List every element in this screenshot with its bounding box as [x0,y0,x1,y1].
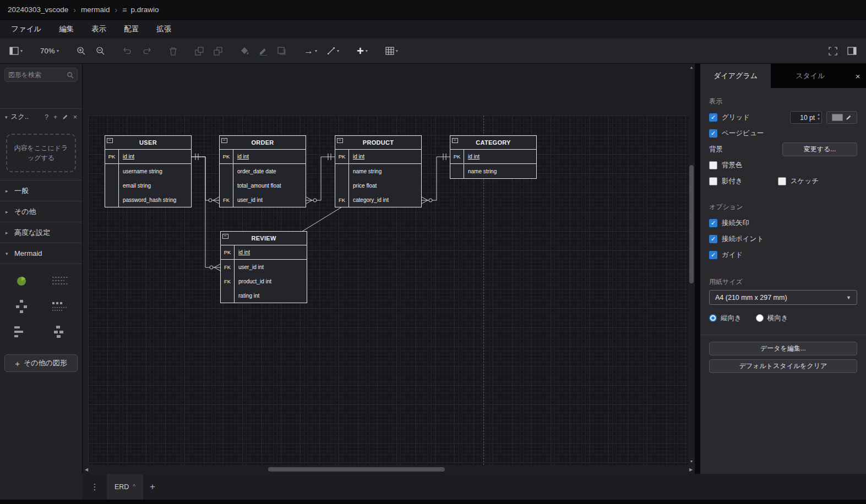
view-panels-button[interactable]: ▾ [7,42,25,60]
shadow-checkbox[interactable] [709,177,717,185]
scratchpad-add-icon[interactable]: + [53,113,57,121]
entity-order[interactable]: − ORDER PKid int order_date date total_a… [219,135,306,207]
entity-row[interactable]: username string [105,164,191,178]
menu-arrange[interactable]: 配置 [115,20,148,39]
entity-row[interactable]: FKcategory_id int [335,193,421,207]
tab-diagram[interactable]: ダイアグラム [700,64,771,88]
shape-thumb-state[interactable] [3,320,40,343]
change-background-button[interactable]: 変更する... [782,143,857,156]
shape-search-input[interactable] [8,71,67,79]
shape-thumb-timeline[interactable] [42,295,79,318]
tab-style[interactable]: スタイル [771,64,849,88]
entity-user[interactable]: − USER PKid int username string email st… [105,135,192,207]
toggle-format-panel-button[interactable] [845,42,859,60]
menu-file[interactable]: ファイル [2,20,50,39]
collapse-icon[interactable]: − [452,138,458,143]
menu-view[interactable]: 表示 [83,20,115,39]
zoom-out-button[interactable] [93,42,108,60]
table-button[interactable]: ▾ [383,42,401,60]
sketch-checkbox[interactable] [778,177,786,185]
scroll-right-icon[interactable]: ▶ [687,467,695,472]
section-mermaid[interactable]: ▾ Mermaid [0,243,82,264]
horizontal-scroll-thumb[interactable] [268,467,445,472]
entity-row[interactable]: price float [335,178,421,193]
breadcrumb-folder[interactable]: 20240303_vscode [8,6,68,14]
collapse-icon[interactable]: − [107,138,113,143]
section-misc[interactable]: ▸ その他 [0,201,82,222]
breadcrumb-subfolder[interactable]: mermaid [81,6,110,14]
collapse-icon[interactable]: − [222,234,228,239]
scratchpad-edit-icon[interactable] [62,114,68,120]
connection-arrow-button[interactable]: → ▾ [301,42,320,60]
menu-edit[interactable]: 編集 [50,20,83,39]
add-page-icon[interactable]: + [150,481,155,492]
section-advanced[interactable]: ▸ 高度な設定 [0,222,82,243]
fullscreen-button[interactable] [826,42,840,60]
grid-color-button[interactable] [826,111,857,124]
scroll-down-icon[interactable]: ▼ [688,459,695,463]
connection-points-checkbox[interactable]: ✓ [709,235,717,243]
spinner-arrows-icon[interactable]: ▲▼ [817,112,820,122]
shape-thumb-flowchart[interactable] [3,295,40,318]
zoom-level-dropdown[interactable]: 70% ▾ [37,42,62,60]
shape-thumb-gantt[interactable] [42,270,79,293]
entity-row[interactable]: name string [335,164,421,178]
fill-color-button[interactable] [237,42,252,60]
entity-category[interactable]: − CATEGORY PKid int name string [450,135,537,179]
diagram-canvas[interactable]: − USER PKid int username string email st… [83,64,695,465]
entity-row[interactable]: PKid int [450,150,536,164]
menu-extras[interactable]: 拡張 [148,20,180,39]
guides-checkbox[interactable]: ✓ [709,251,717,259]
scroll-up-icon[interactable]: ▲ [688,65,695,69]
delete-button[interactable] [166,42,180,60]
collapse-icon[interactable]: − [221,138,227,143]
undo-button[interactable] [120,42,135,60]
scratchpad-help-icon[interactable]: ? [45,113,48,121]
line-color-button[interactable] [256,42,270,60]
shape-search-box[interactable] [4,68,78,82]
scratchpad-dropzone[interactable]: 内容をここにドラッグする [6,134,76,172]
close-panel-icon[interactable]: × [849,64,866,88]
shape-thumb-pie[interactable] [3,270,40,293]
landscape-radio[interactable] [756,314,764,322]
horizontal-scrollbar[interactable]: ◀ ▶ [83,465,695,474]
portrait-radio[interactable] [709,314,717,322]
to-front-button[interactable] [192,42,206,60]
entity-row[interactable]: PKid int [335,150,421,164]
grid-checkbox[interactable]: ✓ [709,113,717,122]
more-shapes-button[interactable]: + その他の図形 [4,354,78,372]
collapse-icon[interactable]: − [337,138,343,143]
page-tab-erd[interactable]: ERD ^ [107,474,143,500]
entity-row[interactable]: FKuser_id int [220,193,306,207]
entity-row[interactable]: PKid int [221,245,307,260]
grid-size-input[interactable]: 10 pt ▲▼ [790,111,822,124]
entity-row[interactable]: order_date date [220,164,306,178]
shadow-button[interactable] [275,42,289,60]
scroll-left-icon[interactable]: ◀ [83,467,90,472]
redo-button[interactable] [139,42,154,60]
pages-menu-icon[interactable]: ⋮ [83,482,107,492]
to-back-button[interactable] [211,42,225,60]
breadcrumb-file[interactable]: p.drawio [130,6,159,14]
zoom-in-button[interactable] [74,42,89,60]
background-color-checkbox[interactable] [709,161,717,169]
insert-button[interactable]: + ▾ [354,42,371,60]
scratchpad-close-icon[interactable]: × [73,113,77,121]
entity-review[interactable]: − REVIEW PKid int FKuser_id int FKproduc… [220,231,307,303]
entity-row[interactable]: FKproduct_id int [221,274,307,288]
connection-line-button[interactable]: ▾ [324,42,342,60]
paper-size-select[interactable]: A4 (210 mm x 297 mm) ▼ [709,290,857,305]
edit-data-button[interactable]: データを編集... [709,342,857,355]
chevron-down-icon[interactable]: ▾ [5,114,8,120]
entity-row[interactable]: FKuser_id int [221,260,307,274]
shape-thumb-class[interactable] [42,320,79,343]
section-general[interactable]: ▸ 一般 [0,180,82,201]
connection-arrows-checkbox[interactable]: ✓ [709,219,717,227]
page-view-checkbox[interactable]: ✓ [709,129,717,138]
entity-row[interactable]: PKid int [105,150,191,164]
clear-default-style-button[interactable]: デフォルトスタイルをクリア [709,359,857,373]
entity-row[interactable]: name string [450,164,536,178]
entity-row[interactable]: PKid int [220,150,306,164]
entity-product[interactable]: − PRODUCT PKid int name string price flo… [335,135,422,207]
entity-row[interactable]: password_hash string [105,193,191,207]
